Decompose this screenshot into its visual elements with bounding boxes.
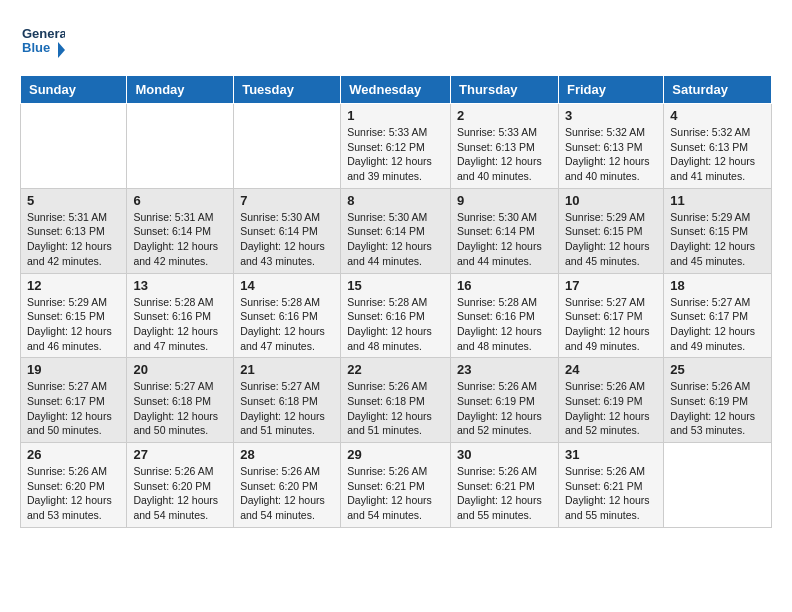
day-cell [664,443,772,528]
day-cell: 24Sunrise: 5:26 AM Sunset: 6:19 PM Dayli… [558,358,663,443]
day-cell: 9Sunrise: 5:30 AM Sunset: 6:14 PM Daylig… [451,188,559,273]
day-number: 5 [27,193,120,208]
day-cell: 8Sunrise: 5:30 AM Sunset: 6:14 PM Daylig… [341,188,451,273]
day-number: 12 [27,278,120,293]
day-number: 29 [347,447,444,462]
col-header-saturday: Saturday [664,76,772,104]
day-info: Sunrise: 5:32 AM Sunset: 6:13 PM Dayligh… [670,125,765,184]
day-info: Sunrise: 5:28 AM Sunset: 6:16 PM Dayligh… [347,295,444,354]
week-row-5: 26Sunrise: 5:26 AM Sunset: 6:20 PM Dayli… [21,443,772,528]
day-cell: 12Sunrise: 5:29 AM Sunset: 6:15 PM Dayli… [21,273,127,358]
day-number: 26 [27,447,120,462]
day-info: Sunrise: 5:27 AM Sunset: 6:18 PM Dayligh… [240,379,334,438]
day-cell: 15Sunrise: 5:28 AM Sunset: 6:16 PM Dayli… [341,273,451,358]
day-cell: 4Sunrise: 5:32 AM Sunset: 6:13 PM Daylig… [664,104,772,189]
day-number: 27 [133,447,227,462]
day-number: 13 [133,278,227,293]
day-number: 24 [565,362,657,377]
day-cell: 10Sunrise: 5:29 AM Sunset: 6:15 PM Dayli… [558,188,663,273]
day-number: 10 [565,193,657,208]
col-header-sunday: Sunday [21,76,127,104]
day-cell: 6Sunrise: 5:31 AM Sunset: 6:14 PM Daylig… [127,188,234,273]
day-info: Sunrise: 5:30 AM Sunset: 6:14 PM Dayligh… [457,210,552,269]
day-info: Sunrise: 5:28 AM Sunset: 6:16 PM Dayligh… [240,295,334,354]
day-number: 7 [240,193,334,208]
day-info: Sunrise: 5:27 AM Sunset: 6:17 PM Dayligh… [670,295,765,354]
day-info: Sunrise: 5:32 AM Sunset: 6:13 PM Dayligh… [565,125,657,184]
svg-text:General: General [22,26,65,41]
day-number: 23 [457,362,552,377]
day-cell: 7Sunrise: 5:30 AM Sunset: 6:14 PM Daylig… [234,188,341,273]
day-number: 1 [347,108,444,123]
day-cell: 1Sunrise: 5:33 AM Sunset: 6:12 PM Daylig… [341,104,451,189]
col-header-friday: Friday [558,76,663,104]
day-cell [21,104,127,189]
day-number: 25 [670,362,765,377]
day-cell: 21Sunrise: 5:27 AM Sunset: 6:18 PM Dayli… [234,358,341,443]
day-info: Sunrise: 5:26 AM Sunset: 6:18 PM Dayligh… [347,379,444,438]
day-number: 4 [670,108,765,123]
day-info: Sunrise: 5:27 AM Sunset: 6:17 PM Dayligh… [565,295,657,354]
col-header-monday: Monday [127,76,234,104]
day-number: 31 [565,447,657,462]
col-header-thursday: Thursday [451,76,559,104]
day-cell: 31Sunrise: 5:26 AM Sunset: 6:21 PM Dayli… [558,443,663,528]
day-cell: 30Sunrise: 5:26 AM Sunset: 6:21 PM Dayli… [451,443,559,528]
day-number: 28 [240,447,334,462]
day-cell: 28Sunrise: 5:26 AM Sunset: 6:20 PM Dayli… [234,443,341,528]
day-info: Sunrise: 5:26 AM Sunset: 6:19 PM Dayligh… [565,379,657,438]
day-cell: 19Sunrise: 5:27 AM Sunset: 6:17 PM Dayli… [21,358,127,443]
day-info: Sunrise: 5:29 AM Sunset: 6:15 PM Dayligh… [27,295,120,354]
day-cell: 11Sunrise: 5:29 AM Sunset: 6:15 PM Dayli… [664,188,772,273]
day-number: 14 [240,278,334,293]
logo-container: General Blue [20,20,65,65]
day-info: Sunrise: 5:26 AM Sunset: 6:21 PM Dayligh… [457,464,552,523]
day-info: Sunrise: 5:28 AM Sunset: 6:16 PM Dayligh… [133,295,227,354]
day-number: 8 [347,193,444,208]
day-cell: 18Sunrise: 5:27 AM Sunset: 6:17 PM Dayli… [664,273,772,358]
week-row-1: 1Sunrise: 5:33 AM Sunset: 6:12 PM Daylig… [21,104,772,189]
day-info: Sunrise: 5:26 AM Sunset: 6:21 PM Dayligh… [347,464,444,523]
day-number: 6 [133,193,227,208]
day-number: 2 [457,108,552,123]
day-info: Sunrise: 5:26 AM Sunset: 6:19 PM Dayligh… [457,379,552,438]
col-header-tuesday: Tuesday [234,76,341,104]
day-cell: 13Sunrise: 5:28 AM Sunset: 6:16 PM Dayli… [127,273,234,358]
day-number: 20 [133,362,227,377]
header-row: SundayMondayTuesdayWednesdayThursdayFrid… [21,76,772,104]
day-info: Sunrise: 5:33 AM Sunset: 6:12 PM Dayligh… [347,125,444,184]
day-cell: 14Sunrise: 5:28 AM Sunset: 6:16 PM Dayli… [234,273,341,358]
day-cell: 3Sunrise: 5:32 AM Sunset: 6:13 PM Daylig… [558,104,663,189]
day-info: Sunrise: 5:28 AM Sunset: 6:16 PM Dayligh… [457,295,552,354]
day-number: 16 [457,278,552,293]
week-row-4: 19Sunrise: 5:27 AM Sunset: 6:17 PM Dayli… [21,358,772,443]
day-info: Sunrise: 5:30 AM Sunset: 6:14 PM Dayligh… [240,210,334,269]
logo: General Blue [20,20,65,65]
day-info: Sunrise: 5:31 AM Sunset: 6:13 PM Dayligh… [27,210,120,269]
day-number: 21 [240,362,334,377]
day-cell: 17Sunrise: 5:27 AM Sunset: 6:17 PM Dayli… [558,273,663,358]
day-number: 19 [27,362,120,377]
day-cell: 25Sunrise: 5:26 AM Sunset: 6:19 PM Dayli… [664,358,772,443]
day-number: 30 [457,447,552,462]
day-info: Sunrise: 5:26 AM Sunset: 6:20 PM Dayligh… [240,464,334,523]
week-row-3: 12Sunrise: 5:29 AM Sunset: 6:15 PM Dayli… [21,273,772,358]
svg-text:Blue: Blue [22,40,50,55]
day-cell: 16Sunrise: 5:28 AM Sunset: 6:16 PM Dayli… [451,273,559,358]
day-cell: 27Sunrise: 5:26 AM Sunset: 6:20 PM Dayli… [127,443,234,528]
day-number: 22 [347,362,444,377]
day-cell: 20Sunrise: 5:27 AM Sunset: 6:18 PM Dayli… [127,358,234,443]
day-info: Sunrise: 5:29 AM Sunset: 6:15 PM Dayligh… [565,210,657,269]
day-info: Sunrise: 5:33 AM Sunset: 6:13 PM Dayligh… [457,125,552,184]
day-number: 17 [565,278,657,293]
day-number: 3 [565,108,657,123]
day-number: 9 [457,193,552,208]
day-cell: 26Sunrise: 5:26 AM Sunset: 6:20 PM Dayli… [21,443,127,528]
day-cell [234,104,341,189]
day-info: Sunrise: 5:26 AM Sunset: 6:20 PM Dayligh… [133,464,227,523]
day-number: 18 [670,278,765,293]
logo-svg: General Blue [20,20,65,65]
calendar-table: SundayMondayTuesdayWednesdayThursdayFrid… [20,75,772,528]
day-info: Sunrise: 5:27 AM Sunset: 6:18 PM Dayligh… [133,379,227,438]
day-info: Sunrise: 5:27 AM Sunset: 6:17 PM Dayligh… [27,379,120,438]
